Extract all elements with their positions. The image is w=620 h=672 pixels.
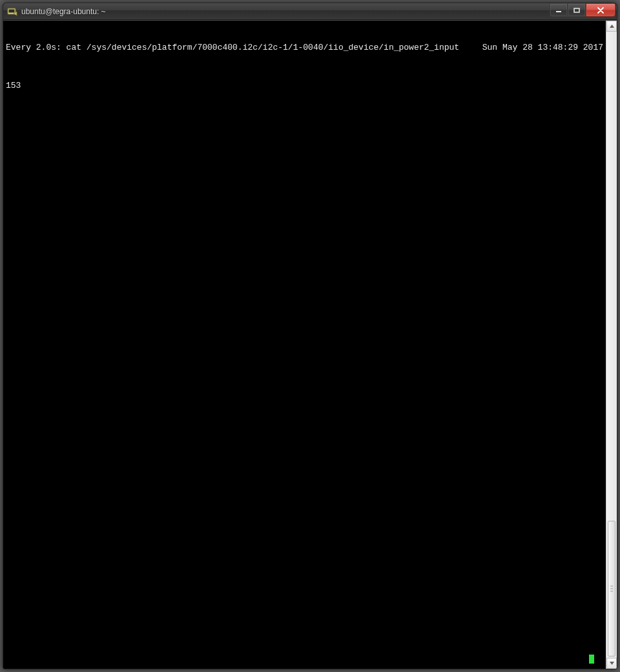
terminal[interactable]: Every 2.0s: cat /sys/devices/platform/70…	[3, 21, 606, 669]
svg-rect-2	[556, 11, 561, 12]
watch-output: 153	[6, 81, 604, 90]
window-controls	[550, 4, 615, 17]
titlebar[interactable]: ubuntu@tegra-ubuntu: ~	[3, 3, 617, 20]
watch-command: Every 2.0s: cat /sys/devices/platform/70…	[6, 43, 459, 52]
maximize-button[interactable]	[568, 4, 586, 17]
terminal-cursor	[589, 655, 594, 664]
app-icon	[7, 6, 17, 17]
watch-timestamp: Sun May 28 13:48:29 2017	[482, 43, 604, 52]
scrollbar-track[interactable]	[606, 32, 617, 658]
client-area: Every 2.0s: cat /sys/devices/platform/70…	[3, 20, 617, 669]
scroll-down-button[interactable]	[606, 658, 617, 669]
scroll-up-button[interactable]	[606, 21, 617, 32]
close-button[interactable]	[586, 4, 615, 17]
scrollbar-grip-icon	[610, 586, 613, 592]
window-title: ubuntu@tegra-ubuntu: ~	[21, 7, 550, 16]
watch-header-line: Every 2.0s: cat /sys/devices/platform/70…	[6, 43, 604, 52]
scrollbar-thumb[interactable]	[608, 521, 615, 656]
svg-rect-1	[9, 9, 15, 12]
putty-window: ubuntu@tegra-ubuntu: ~ Every 2.0s: cat /…	[3, 3, 617, 669]
svg-rect-3	[574, 8, 579, 12]
minimize-button[interactable]	[550, 4, 568, 17]
vertical-scrollbar[interactable]	[606, 21, 617, 669]
